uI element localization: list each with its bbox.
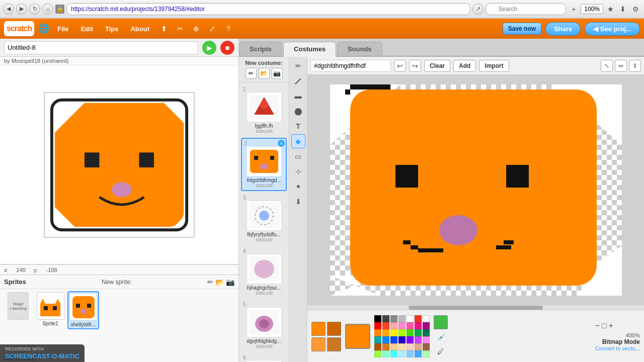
green-flag-button[interactable]: ▶ bbox=[202, 41, 216, 55]
pink1-swatch[interactable] bbox=[390, 322, 397, 329]
copy-icon[interactable]: ✂ bbox=[174, 22, 187, 35]
star-icon[interactable]: ★ bbox=[605, 4, 616, 15]
tab-costumes[interactable]: Costumes bbox=[283, 42, 336, 57]
camera-costume-btn[interactable]: 📷 bbox=[272, 68, 283, 79]
zoom-minus[interactable]: − bbox=[595, 321, 600, 330]
camera-sprite-icon[interactable]: 📷 bbox=[226, 278, 234, 286]
upload-costume-btn[interactable]: 📂 bbox=[259, 68, 270, 79]
paste-icon[interactable]: ⊕ bbox=[190, 22, 203, 35]
green2-swatch[interactable] bbox=[415, 329, 422, 336]
redo-button[interactable]: ↪ bbox=[409, 60, 421, 72]
orange1-swatch[interactable] bbox=[374, 329, 381, 336]
zoom-fit[interactable]: □ bbox=[602, 321, 607, 330]
fill-tool[interactable]: ◆ bbox=[291, 134, 305, 148]
upload-sprite-icon[interactable]: 📂 bbox=[215, 278, 224, 286]
menu-about[interactable]: About bbox=[126, 23, 153, 35]
lime-swatch[interactable] bbox=[374, 350, 381, 357]
blue2-swatch[interactable] bbox=[390, 336, 397, 343]
tertiary-color-swatch[interactable] bbox=[311, 337, 326, 351]
skin2-swatch[interactable] bbox=[415, 343, 422, 350]
red1-swatch[interactable] bbox=[374, 322, 381, 329]
bookmark-button[interactable]: ↗ bbox=[472, 4, 484, 15]
purple3-swatch[interactable] bbox=[415, 336, 422, 343]
fullscreen-icon[interactable]: ⤢ bbox=[206, 22, 219, 35]
red2-swatch[interactable] bbox=[382, 322, 389, 329]
paint-sprite-icon[interactable]: ✏ bbox=[207, 278, 213, 286]
settings-icon[interactable]: ⚙ bbox=[630, 4, 641, 15]
globe-icon[interactable]: 🌐 bbox=[38, 23, 49, 34]
pink3-swatch[interactable] bbox=[407, 322, 414, 329]
purple1-swatch[interactable] bbox=[423, 322, 430, 329]
pink4-swatch[interactable] bbox=[415, 322, 422, 329]
sprite1-item[interactable]: Sprite1 bbox=[35, 291, 65, 327]
forward-button[interactable]: ▶ bbox=[16, 4, 27, 15]
new-tab-button[interactable]: + bbox=[568, 4, 579, 15]
lock-icon[interactable]: 🔒 bbox=[55, 5, 64, 14]
back-button[interactable]: ◀ bbox=[3, 4, 14, 15]
tan2-swatch[interactable] bbox=[398, 343, 406, 350]
paint-costume-btn[interactable]: ✏ bbox=[246, 68, 257, 79]
eraser-tool[interactable]: ▭ bbox=[291, 149, 305, 163]
undo-button[interactable]: ↩ bbox=[394, 60, 406, 72]
green1-swatch[interactable] bbox=[407, 329, 414, 336]
canvas-name-input[interactable] bbox=[310, 60, 391, 72]
skin3-swatch[interactable] bbox=[423, 343, 430, 350]
stamp-tool[interactable]: ✦ bbox=[291, 179, 305, 194]
costume-item-6[interactable]: 6 bbox=[241, 353, 287, 362]
rectangle-tool[interactable]: ▬ bbox=[291, 89, 305, 103]
costume-delete-btn-2[interactable]: × bbox=[278, 140, 285, 147]
costume-item-1[interactable]: 1 fggffh.fh 100x100 bbox=[241, 84, 287, 136]
costume-item-5[interactable]: 5 dgvjhfdghkdg... 100x100 bbox=[241, 300, 287, 351]
zoom-plus[interactable]: + bbox=[609, 321, 613, 330]
shrink-icon[interactable]: ⤡ bbox=[601, 60, 613, 72]
scrollbar-thumb[interactable] bbox=[409, 306, 543, 310]
yellow2-swatch[interactable] bbox=[398, 329, 406, 336]
brown2-swatch[interactable] bbox=[382, 343, 389, 350]
menu-tips[interactable]: Tips bbox=[101, 23, 123, 35]
eyedropper2-icon[interactable]: 🖊 bbox=[435, 345, 447, 357]
menu-edit[interactable]: Edit bbox=[76, 23, 97, 35]
black-swatch[interactable] bbox=[374, 315, 381, 322]
reload-button[interactable]: ↻ bbox=[29, 4, 40, 15]
upload-icon[interactable]: ⬆ bbox=[157, 22, 171, 35]
text-tool[interactable]: T bbox=[291, 119, 305, 133]
project-name-input[interactable] bbox=[4, 41, 198, 54]
flip-h-icon[interactable]: ⇔ bbox=[615, 60, 627, 72]
secondary-color-swatch[interactable] bbox=[327, 322, 341, 336]
lightgreen-swatch[interactable] bbox=[423, 350, 430, 357]
stage-sprite-item[interactable]: Stage1 backdrop bbox=[3, 291, 33, 321]
save-now-button[interactable]: Save now bbox=[503, 23, 541, 35]
add-button[interactable]: Add bbox=[453, 60, 476, 72]
canvas-scrollbar[interactable] bbox=[307, 305, 644, 310]
costume-item-4[interactable]: 4 hjhaghgchjso... 100x100 bbox=[241, 246, 287, 298]
pencil-tool[interactable]: ✏ bbox=[291, 59, 305, 73]
eyedropper-icon[interactable]: 💉 bbox=[435, 331, 447, 343]
canvas-viewport[interactable] bbox=[307, 75, 644, 305]
convert-to-vector-link[interactable]: Convert to vecto... bbox=[595, 345, 640, 351]
search-input[interactable] bbox=[486, 3, 566, 15]
dark-gray-swatch[interactable] bbox=[382, 315, 389, 322]
purple4-swatch[interactable] bbox=[423, 336, 430, 343]
share-button[interactable]: Share bbox=[545, 22, 581, 36]
home-button[interactable]: ⌂ bbox=[42, 4, 53, 15]
blue3-swatch[interactable] bbox=[398, 336, 406, 343]
costume-item-2[interactable]: × 2 #dgshfdhmgd... 100x bbox=[241, 138, 287, 191]
brown1-swatch[interactable] bbox=[374, 343, 381, 350]
red-pen-swatch[interactable] bbox=[415, 315, 422, 322]
yellow1-swatch[interactable] bbox=[390, 329, 397, 336]
tan1-swatch[interactable] bbox=[390, 343, 397, 350]
shellyisth-sprite-item[interactable]: shellyisth... bbox=[67, 291, 99, 329]
cyan1-swatch[interactable] bbox=[390, 350, 397, 357]
purple2-swatch[interactable] bbox=[407, 336, 414, 343]
mint-swatch[interactable] bbox=[382, 350, 389, 357]
tab-scripts[interactable]: Scripts bbox=[239, 42, 282, 56]
clear-button[interactable]: Clear bbox=[424, 60, 450, 72]
skin1-swatch[interactable] bbox=[407, 343, 414, 350]
cyan2-swatch[interactable] bbox=[398, 350, 406, 357]
flip-v-icon[interactable]: ⇕ bbox=[629, 60, 641, 72]
orange2-swatch[interactable] bbox=[382, 329, 389, 336]
white-swatch[interactable] bbox=[407, 315, 414, 322]
eraser-swatch[interactable] bbox=[423, 315, 430, 322]
download-icon[interactable]: ⬇ bbox=[617, 4, 628, 15]
costume-item-3[interactable]: 3 fkjfyryftydsffu... 100x100 bbox=[241, 193, 287, 244]
